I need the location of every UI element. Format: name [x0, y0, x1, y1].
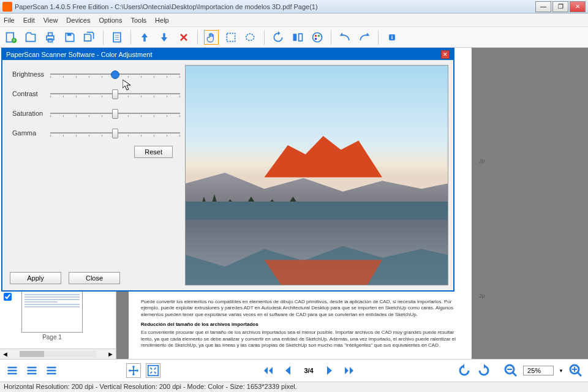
menu-file[interactable]: File: [4, 17, 15, 24]
view-list1-icon[interactable]: [5, 363, 20, 378]
rotate-icon[interactable]: [271, 30, 285, 45]
preview-image: [185, 65, 448, 285]
menu-devices[interactable]: Devices: [66, 17, 90, 24]
brightness-slider[interactable]: [50, 69, 180, 80]
saturation-label: Saturation: [12, 110, 50, 117]
menu-edit[interactable]: Edit: [23, 17, 35, 24]
gamma-slider[interactable]: [50, 127, 180, 138]
fit-width-icon[interactable]: [126, 363, 141, 378]
save-icon[interactable]: [62, 30, 77, 45]
new-scan-icon[interactable]: +: [4, 30, 18, 45]
toolbar-separator: [103, 30, 104, 45]
undo-icon[interactable]: [337, 30, 352, 45]
toolbar-separator: [378, 30, 379, 45]
hand-tool-icon[interactable]: [204, 30, 219, 45]
view-list3-icon[interactable]: [44, 363, 59, 378]
brightness-handle[interactable]: [111, 70, 119, 79]
color-adjustment-dialog: PaperScan Scanner Software - Color Adjus…: [1, 48, 454, 292]
print-icon[interactable]: [43, 30, 58, 45]
move-up-icon[interactable]: [137, 30, 152, 45]
saturation-handle[interactable]: [112, 109, 118, 119]
svg-text:+: +: [12, 37, 15, 43]
dialog-close-button[interactable]: ✕: [441, 50, 450, 59]
svg-point-16: [318, 34, 320, 36]
redo-icon[interactable]: [357, 30, 372, 45]
svg-rect-11: [227, 33, 235, 41]
zoom-out-icon[interactable]: [503, 363, 518, 378]
zoom-in-icon[interactable]: [568, 363, 583, 378]
status-bar: Horizontal Resolution: 200 dpi - Vertica…: [0, 382, 588, 392]
menu-tools[interactable]: Tools: [130, 17, 146, 24]
move-down-icon[interactable]: [157, 30, 172, 45]
apply-button[interactable]: Apply: [10, 272, 61, 284]
sliders-panel: Brightness Contrast Saturation: [7, 65, 185, 285]
main-toolbar: + i: [0, 27, 588, 48]
zoom-dropdown-icon[interactable]: ▼: [559, 368, 564, 374]
rotate-right-icon[interactable]: [477, 363, 491, 378]
close-window-button[interactable]: ✕: [570, 1, 586, 12]
toolbar-separator: [264, 30, 265, 45]
save-all-icon[interactable]: [82, 30, 97, 45]
document-icon[interactable]: [110, 30, 124, 45]
doc-right-area: Jp Jp Up: [479, 48, 583, 359]
svg-point-17: [315, 37, 317, 39]
menu-help[interactable]: Help: [155, 17, 169, 24]
page-indicator: 3/4: [300, 367, 317, 374]
contrast-handle[interactable]: [112, 89, 118, 99]
minimize-button[interactable]: —: [535, 1, 551, 12]
open-icon[interactable]: [23, 30, 38, 45]
doc-stub: Jp: [479, 158, 583, 183]
doc-paragraph: Puede convertir los elementos no compati…: [141, 299, 459, 318]
svg-rect-4: [48, 32, 53, 36]
saturation-slider[interactable]: [50, 108, 180, 119]
select-rect-icon[interactable]: [224, 30, 238, 45]
select-free-icon[interactable]: [243, 30, 258, 45]
zoom-value[interactable]: 25%: [523, 366, 554, 375]
menu-options[interactable]: Options: [99, 17, 122, 24]
fit-page-icon[interactable]: [146, 363, 160, 378]
thumbnail-page: [21, 290, 83, 333]
brightness-label: Brightness: [12, 70, 50, 78]
window-title: PaperScan 1.4.0.5 Free Edition - C:\User…: [15, 3, 535, 10]
doc-stub: Jp: [479, 293, 583, 317]
status-text: Horizontal Resolution: 200 dpi - Vertica…: [4, 383, 297, 390]
svg-point-15: [315, 34, 317, 36]
svg-line-34: [578, 372, 581, 376]
dialog-titlebar[interactable]: PaperScan Scanner Software - Color Adjus…: [2, 49, 453, 60]
thumbnail-item[interactable]: Page 1: [18, 290, 86, 341]
thumbnail-checkbox[interactable]: [4, 293, 12, 301]
first-page-icon[interactable]: [261, 363, 276, 378]
thumbnail-scrollbar[interactable]: ◄►: [0, 349, 116, 359]
menu-bar: File Edit View Devices Options Tools Hel…: [0, 13, 588, 27]
doc-heading: Reducción del tamaño de los archivos imp…: [141, 322, 459, 327]
maximize-button[interactable]: ❐: [552, 1, 568, 12]
contrast-slider[interactable]: [50, 88, 180, 99]
svg-rect-29: [148, 366, 159, 376]
color-palette-icon[interactable]: [310, 30, 325, 45]
toolbar-separator: [130, 30, 131, 45]
info-icon[interactable]: i: [385, 30, 399, 45]
view-list2-icon[interactable]: [24, 363, 39, 378]
rotate-left-icon[interactable]: [457, 363, 472, 378]
svg-rect-6: [67, 33, 72, 36]
contrast-label: Contrast: [12, 90, 50, 97]
prev-page-icon[interactable]: [281, 363, 295, 378]
toolbar-separator: [197, 30, 198, 45]
app-icon: [2, 2, 12, 12]
last-page-icon[interactable]: [342, 363, 356, 378]
reset-button[interactable]: Reset: [134, 146, 173, 158]
bottom-bar: 3/4 25% ▼: [0, 359, 588, 382]
window-titlebar: PaperScan 1.4.0.5 Free Edition - C:\User…: [0, 0, 588, 13]
doc-paragraph: Es conveniente procurar que el tamaño de…: [141, 330, 459, 349]
next-page-icon[interactable]: [322, 363, 337, 378]
dialog-title-text: PaperScan Scanner Software - Color Adjus…: [6, 51, 152, 58]
gamma-handle[interactable]: [112, 129, 118, 138]
menu-view[interactable]: View: [43, 17, 58, 24]
svg-rect-13: [299, 34, 303, 41]
gamma-label: Gamma: [12, 129, 50, 137]
thumbnail-caption: Page 1: [18, 334, 86, 341]
flip-icon[interactable]: [290, 30, 305, 45]
close-button[interactable]: Close: [69, 272, 120, 284]
delete-icon[interactable]: [176, 30, 191, 45]
svg-line-31: [513, 372, 516, 376]
